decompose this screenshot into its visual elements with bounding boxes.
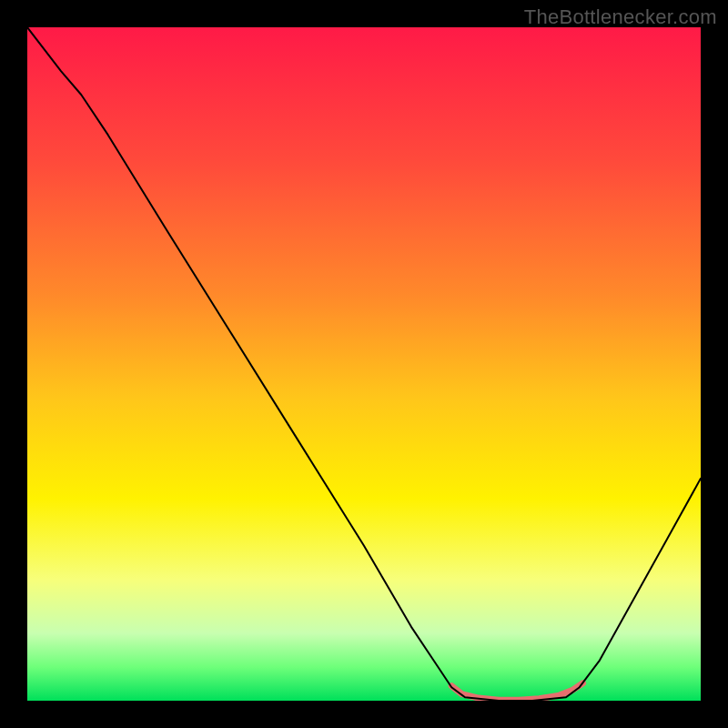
watermark-text: TheBottlenecker.com	[524, 5, 717, 29]
gradient-background	[27, 27, 701, 701]
bottleneck-chart	[27, 27, 701, 701]
chart-area	[27, 27, 701, 701]
